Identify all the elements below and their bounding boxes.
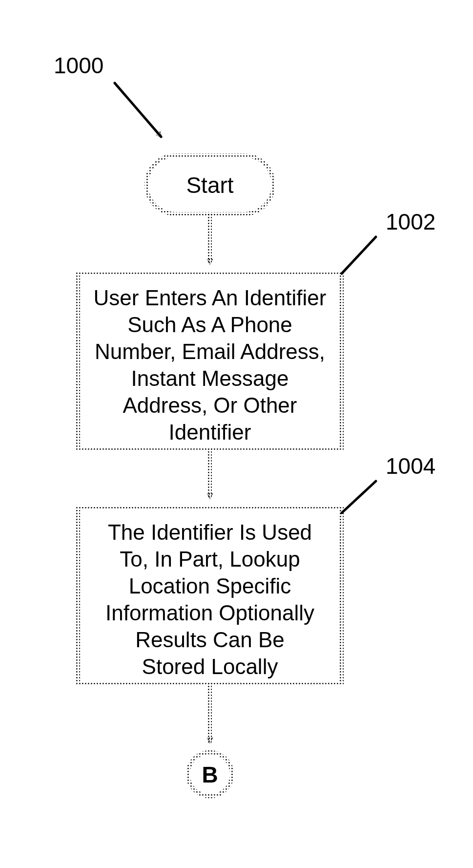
ref-label-1002: 1002: [386, 209, 435, 234]
ref-leader-1004: [342, 481, 376, 513]
ref-leader-1002: [342, 237, 376, 274]
connector-b-label: B: [202, 762, 218, 787]
step-1004: The Identifier Is Used To, In Part, Look…: [78, 508, 342, 684]
step-1002-line1: User Enters An Identifier: [94, 286, 327, 310]
connector-b: B: [188, 752, 232, 796]
step-1004-line1: The Identifier Is Used: [108, 520, 312, 544]
ref-label-1004: 1004: [386, 453, 435, 479]
step-1002-line3: Number, Email Address,: [95, 339, 325, 363]
step-1004-line5: Results Can Be: [135, 628, 285, 652]
step-1002-line6: Identifier: [169, 420, 251, 444]
ref-arrow-1000: [115, 83, 161, 137]
step-1002-line5: Address, Or Other: [123, 393, 297, 417]
start-node: Start: [146, 155, 273, 214]
start-label: Start: [186, 172, 233, 198]
ref-label-1000: 1000: [54, 53, 103, 78]
step-1002-line2: Such As A Phone: [127, 313, 292, 337]
flowchart-diagram: 1000 Start 1002 User Enters An Identifie…: [0, 0, 473, 868]
step-1002: User Enters An Identifier Such As A Phon…: [78, 274, 342, 449]
step-1004-line2: To, In Part, Lookup: [120, 547, 300, 571]
step-1004-line4: Information Optionally: [105, 601, 314, 625]
step-1004-line3: Location Specific: [129, 574, 291, 598]
step-1004-line6: Stored Locally: [142, 655, 278, 678]
step-1002-line4: Instant Message: [131, 366, 289, 390]
